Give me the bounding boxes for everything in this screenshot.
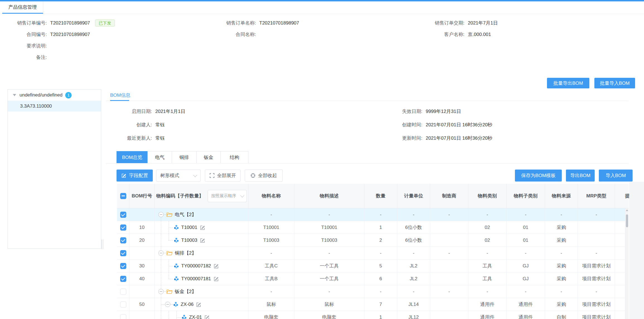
row-checkbox[interactable] xyxy=(120,276,126,282)
row-checkbox[interactable] xyxy=(120,314,126,319)
delivery-date-value: 2021年7月1日 xyxy=(468,20,498,26)
cell-quantity: - xyxy=(364,285,397,298)
cell-material-code: 电气【2】 xyxy=(155,208,248,221)
collapse-node-icon[interactable] xyxy=(158,250,164,256)
tab-electrical[interactable]: 电气 xyxy=(147,151,172,163)
cell-material-desc: 一个工具 xyxy=(294,272,364,285)
edit-icon[interactable] xyxy=(204,315,210,319)
cell-unit: JL12 xyxy=(397,311,430,319)
cell-quantity: 1 xyxy=(364,311,397,319)
cell-subcategory: - xyxy=(507,247,545,259)
cell-subcategory: GJ xyxy=(507,272,545,285)
material-icon xyxy=(173,302,178,307)
edit-icon[interactable] xyxy=(200,225,205,230)
contract-no-label: 合同编号: xyxy=(6,31,47,38)
material-icon xyxy=(181,315,187,319)
header-material-code: 物料编码【子件数量】 xyxy=(156,193,204,199)
tab-copper-bar[interactable]: 铜排 xyxy=(172,151,197,163)
cell-manufacturer xyxy=(430,272,468,285)
cell-quantity: - xyxy=(364,208,397,221)
sales-order-no-label: 销售订单编号: xyxy=(6,20,47,26)
group-node-label: 钣金【2】 xyxy=(175,288,196,295)
cell-manufacturer xyxy=(430,221,468,234)
panel-splitter-handle[interactable] xyxy=(101,240,103,249)
row-checkbox[interactable] xyxy=(120,263,126,269)
cell-subcategory: 通用件 xyxy=(507,298,545,311)
contract-no-value: T20210701898907 xyxy=(50,32,90,37)
cell-unit: 6位小数 xyxy=(397,234,430,246)
table-row: 20T10003T10003T1000326位小数0201采购 xyxy=(117,234,629,247)
field-config-button[interactable]: 字段配置 xyxy=(117,170,153,182)
cell-bom-line-no xyxy=(129,311,155,319)
bom-info-tab[interactable]: BOM信息 xyxy=(110,92,130,98)
collapse-all-button[interactable]: 全部收起 xyxy=(245,170,283,182)
edit-icon[interactable] xyxy=(213,263,219,269)
material-code-text: ZX-06 xyxy=(181,302,193,307)
table-row: 10T10001T10001T1000116位小数0201采购 xyxy=(117,221,629,234)
row-checkbox[interactable] xyxy=(120,237,126,243)
table-body: 电气【2】---------10T10001T10001T1000116位小数0… xyxy=(117,208,629,319)
cell-bom-line-no xyxy=(129,285,155,298)
row-checkbox[interactable] xyxy=(120,212,126,218)
cell-source: 采购 xyxy=(545,221,578,234)
header-mrp-type: MRP类型 xyxy=(586,193,606,199)
table-vertical-scrollbar[interactable] xyxy=(625,208,629,319)
cell-category: 通用件 xyxy=(468,298,507,311)
tree-connector-line xyxy=(161,304,165,305)
tree-node-root[interactable]: undefined/undefined 1 xyxy=(8,90,101,101)
tree-node-product-label: 3.3A73.110000 xyxy=(20,103,52,109)
collapse-node-icon[interactable] xyxy=(158,289,164,294)
group-node-label: 电气【2】 xyxy=(175,211,196,218)
export-bom-button[interactable]: 导出BOM xyxy=(566,170,595,182)
table-row: ZX-01电脑套电脑套1JL12通用件通用件自制项目需求计划 xyxy=(117,311,629,319)
cell-bom-line-no: 10 xyxy=(129,221,155,234)
tree-node-product[interactable]: 3.3A73.110000 xyxy=(8,101,101,112)
cell-checkbox xyxy=(117,234,129,246)
cell-category: - xyxy=(468,285,507,298)
cell-material-name: T10003 xyxy=(248,234,294,246)
cell-unit: JL14 xyxy=(397,298,430,311)
enable-date-label: 启用日期: xyxy=(110,108,152,115)
batch-import-bom-button[interactable]: 批量导入BOM xyxy=(594,78,635,88)
cell-material-desc: T10001 xyxy=(294,221,364,234)
collapse-node-icon[interactable] xyxy=(165,302,170,307)
cell-checkbox xyxy=(117,272,129,285)
cell-material-name: 鼠标 xyxy=(248,298,294,311)
collapse-node-icon[interactable] xyxy=(158,212,164,217)
row-checkbox[interactable] xyxy=(120,301,126,308)
tree-connector-line xyxy=(164,253,166,253)
tab-bom-overview[interactable]: BOM总览 xyxy=(117,151,148,163)
scrollbar-thumb[interactable] xyxy=(626,214,628,227)
page-tab-label: 产品信息管理 xyxy=(8,4,37,10)
row-checkbox[interactable] xyxy=(120,224,126,231)
sort-order-select[interactable]: 按照展示顺序 xyxy=(208,190,247,202)
save-bom-template-button[interactable]: 保存为BOM模板 xyxy=(515,170,562,182)
row-checkbox[interactable] xyxy=(120,250,126,256)
edit-icon[interactable] xyxy=(196,302,201,307)
expand-all-button[interactable]: 全部展开 xyxy=(205,170,241,182)
select-all-checkbox[interactable] xyxy=(120,193,126,199)
updated-time-value: 2021年07月01日 16时36分20秒 xyxy=(426,135,492,141)
cell-manufacturer xyxy=(430,260,468,272)
cell-bom-line-no: 40 xyxy=(129,272,155,285)
edit-icon[interactable] xyxy=(200,238,205,243)
tab-structure[interactable]: 结构 xyxy=(221,151,248,163)
material-icon xyxy=(174,276,179,281)
display-mode-select[interactable]: 树形模式 xyxy=(156,170,201,182)
tree-connector-line xyxy=(161,311,161,319)
tab-product-info[interactable]: 产品信息管理 xyxy=(2,1,43,14)
group-node-label: 铜排【2】 xyxy=(175,250,196,256)
caret-down-icon[interactable] xyxy=(13,94,16,96)
edit-icon[interactable] xyxy=(213,276,219,282)
row-checkbox[interactable] xyxy=(120,289,126,295)
tab-sheet-metal[interactable]: 钣金 xyxy=(196,151,221,163)
batch-export-bom-button[interactable]: 批量导出BOM xyxy=(547,78,589,88)
cell-category: 02 xyxy=(468,234,507,246)
import-bom-button[interactable]: 导入BOM xyxy=(599,170,633,182)
cell-material-desc: 一个工具 xyxy=(294,260,364,272)
cell-material-desc: 电脑套 xyxy=(294,311,364,319)
scrollbar-up-arrow-icon[interactable] xyxy=(626,209,628,211)
cell-material-name: - xyxy=(248,208,294,221)
cell-category: 工具 xyxy=(468,260,507,272)
cell-checkbox xyxy=(117,208,129,221)
